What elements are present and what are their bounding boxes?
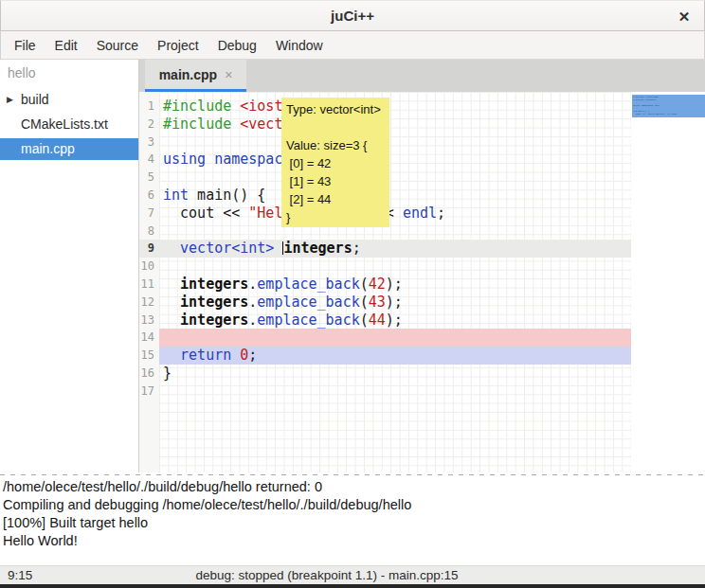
minimap[interactable]: #include <iostream> #include <vector> us… [631,92,705,472]
code-line[interactable]: 10 [139,258,631,276]
code-text: int main() { [159,187,631,205]
code-line[interactable]: 15 return 0; [139,347,631,365]
window-bottom-edge [0,584,705,588]
minimap-viewport[interactable]: #include <iostream> #include <vector> us… [632,95,705,117]
tab-close-icon[interactable]: × [225,67,232,82]
code-text [159,134,631,151]
line-number: 2 [139,116,159,134]
menu-project[interactable]: Project [148,33,208,58]
tab-bar: main.cpp × [139,60,705,92]
code-line[interactable]: 16} [139,365,631,383]
tree-item-build[interactable]: ▶build [0,89,138,111]
menu-file[interactable]: File [5,33,45,58]
line-number: 15 [139,347,159,365]
code-text: #include <vector> [159,116,631,134]
debug-value-tooltip: Type: vector<int> Value: size=3 { [0] = … [281,98,389,227]
code-line[interactable]: 17 [139,383,631,401]
code-text: cout << "Hello World!" << endl; [159,205,631,223]
line-number: 9 [139,240,159,258]
tree-item-main-cpp[interactable]: main.cpp [0,138,138,160]
code-text [159,169,631,187]
expander-arrow-icon[interactable]: ▶ [7,89,13,111]
menu-source[interactable]: Source [87,33,148,58]
code-text: vector<int> integers; [159,240,631,258]
code-text [159,223,631,241]
line-number: 11 [139,276,159,294]
line-number: 1 [139,98,159,116]
debug-status-label: debug: stopped (breakpoint 1.1) - main.c… [0,568,654,582]
code-line[interactable]: 11 integers.emplace_back(42); [139,276,631,294]
tree-item-label: CMakeLists.txt [21,116,108,132]
code-text [159,383,631,401]
terminal-output[interactable]: /home/olece/test/hello/./build/debug/hel… [0,477,705,565]
line-number: 16 [139,365,159,383]
line-number: 3 [139,134,159,151]
tree-item-cmakelists-txt[interactable]: CMakeLists.txt [0,114,138,135]
tooltip-line [286,118,385,136]
tree-item-label: build [21,92,49,107]
tooltip-line: [0] = 42 [286,154,385,172]
code-text: return 0; [159,347,631,365]
project-root-label[interactable]: hello [0,60,138,80]
file-tree-sidebar: hello ▶buildCMakeLists.txtmain.cpp [0,60,139,472]
code-text: integers.emplace_back(44); [159,312,631,330]
code-editor[interactable]: #include <iostream> #include <vector> us… [139,92,705,472]
line-number: 5 [139,169,159,187]
line-number: 7 [139,205,159,223]
tab-label: main.cpp [159,67,217,82]
code-text [159,258,631,276]
line-number: 8 [139,223,159,241]
terminal-line: Hello World! [3,532,705,550]
tooltip-line: Type: vector<int> [286,100,385,118]
terminal-line: Compiling and debugging /home/olece/test… [3,496,705,514]
code-line[interactable]: 14 [139,329,631,347]
line-number: 13 [139,312,159,330]
code-text: #include <iostream> [159,98,631,116]
juci-window: juCi++ ✕ FileEditSourceProjectDebugWindo… [0,0,705,588]
code-line[interactable]: 9 vector<int> integers; [139,240,631,258]
close-icon[interactable]: ✕ [674,7,695,27]
code-text: using namespace std; [159,151,631,169]
line-number: 10 [139,258,159,276]
menu-window[interactable]: Window [266,33,333,58]
editor-column: main.cpp × #include <iostream> #include … [139,60,705,472]
menu-edit[interactable]: Edit [45,33,87,58]
line-number: 14 [139,329,159,347]
line-number: 6 [139,187,159,205]
code-text: integers.emplace_back(42); [159,276,631,294]
status-bar: 9:15 debug: stopped (breakpoint 1.1) - m… [0,565,705,584]
code-line[interactable]: 13 integers.emplace_back(44); [139,312,631,330]
tooltip-line: } [286,208,385,226]
code-text: integers.emplace_back(43); [159,294,631,312]
file-tree: ▶buildCMakeLists.txtmain.cpp [0,89,138,160]
menu-bar: FileEditSourceProjectDebugWindow [0,31,705,60]
tree-item-label: main.cpp [21,141,75,156]
code-line[interactable]: 12 integers.emplace_back(43); [139,294,631,312]
window-title: juCi++ [1,8,704,24]
tab-main-cpp[interactable]: main.cpp × [145,60,246,92]
tooltip-line: Value: size=3 { [286,136,385,154]
minimap-code: #include <iostream> #include <vector> us… [632,95,705,117]
code-text [159,329,631,347]
line-number: 4 [139,151,159,169]
terminal-line: /home/olece/test/hello/./build/debug/hel… [3,478,705,496]
line-number: 12 [139,294,159,312]
terminal-line: [100%] Built target hello [3,514,705,532]
tooltip-line: [2] = 44 [286,190,385,208]
code-text: } [159,365,631,383]
line-number: 17 [139,383,159,401]
title-bar[interactable]: juCi++ ✕ [0,0,705,31]
tooltip-line: [1] = 43 [286,172,385,190]
menu-debug[interactable]: Debug [208,33,266,58]
